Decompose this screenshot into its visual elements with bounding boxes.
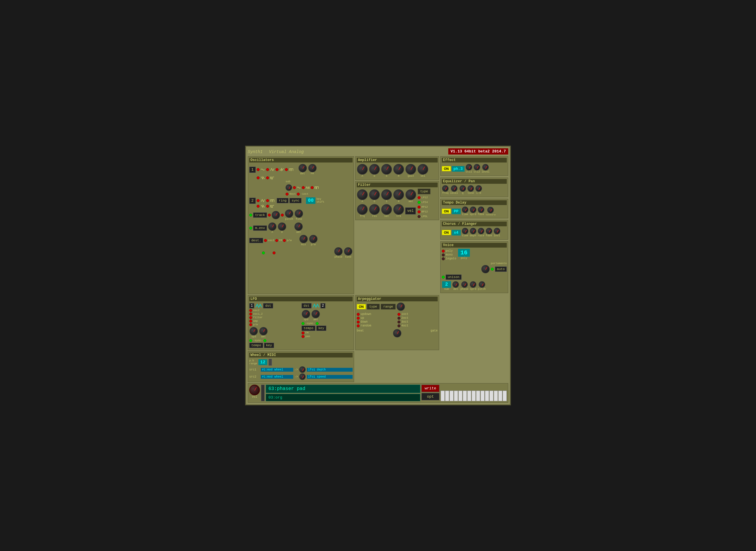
- osc1-wave3-led[interactable]: [276, 168, 278, 171]
- sub-sine-icon[interactable]: [297, 186, 301, 189]
- arp-range-button[interactable]: range: [381, 304, 396, 310]
- pb-range-slider[interactable]: [268, 359, 272, 366]
- track-r1-led[interactable]: [268, 213, 271, 216]
- lfo2-dst-button[interactable]: dst: [302, 303, 312, 309]
- eq-freq-knob[interactable]: [442, 185, 449, 192]
- osc2-tri-icon[interactable]: [260, 199, 265, 202]
- flt-vel-button[interactable]: vel: [405, 207, 416, 214]
- osc2-pulse-icon[interactable]: [270, 204, 275, 208]
- arp-2oct-led[interactable]: [397, 317, 400, 320]
- pw2-knob[interactable]: [309, 235, 317, 243]
- chorus-rate-knob[interactable]: [478, 228, 484, 234]
- track-r2-led[interactable]: [281, 213, 284, 216]
- sync-button[interactable]: sync: [289, 198, 301, 203]
- arp-random-led[interactable]: [357, 325, 360, 327]
- track-led[interactable]: [249, 213, 252, 216]
- lfo2-amt-knob[interactable]: [312, 310, 320, 318]
- flt-frq-knob[interactable]: [357, 204, 368, 215]
- delay-fdbk-knob[interactable]: [478, 206, 484, 213]
- osc2-sq-icon[interactable]: [270, 199, 275, 202]
- pitch-knob[interactable]: [272, 211, 280, 219]
- arp-gate-knob[interactable]: [393, 329, 401, 338]
- osc1-r1-led[interactable]: [257, 176, 260, 179]
- flt-bp12-led[interactable]: [418, 210, 421, 213]
- chorus-deph-knob[interactable]: [470, 228, 476, 234]
- osc-fm-knob[interactable]: [308, 164, 317, 172]
- chorus-time-knob[interactable]: [462, 228, 468, 234]
- preset1-display[interactable]: 63:phaser pad: [266, 385, 420, 393]
- lfo1-amp-led[interactable]: [249, 320, 252, 323]
- effect-ctl2-knob[interactable]: [474, 164, 480, 170]
- voice-sprd-knob[interactable]: [470, 281, 476, 288]
- arp-updown-led[interactable]: [357, 313, 360, 316]
- src2-dest-display[interactable]: lfo1 speed: [307, 375, 353, 379]
- menv-button[interactable]: m.env: [253, 225, 267, 231]
- osc-fine-knob[interactable]: [295, 209, 303, 218]
- lfo2-key-button[interactable]: key: [316, 326, 326, 331]
- effect-on-button[interactable]: ON: [442, 166, 451, 171]
- lfo1-pw-led[interactable]: [249, 323, 252, 326]
- portamento-knob[interactable]: [481, 265, 490, 273]
- src1-display[interactable]: #1:mod wheel: [261, 368, 293, 372]
- flt-hp12-led[interactable]: [418, 206, 421, 208]
- delay-tone-knob[interactable]: [487, 207, 494, 213]
- chorus-fdbk-knob[interactable]: [486, 228, 492, 234]
- lfo2-sync-led2[interactable]: [316, 322, 319, 325]
- sub-w3-led[interactable]: [311, 186, 314, 189]
- sub-tri-icon[interactable]: [306, 186, 310, 189]
- piano-key-white[interactable]: [472, 391, 476, 401]
- voice-phase-knob[interactable]: [461, 281, 468, 288]
- flt-lp24-led[interactable]: [418, 201, 421, 204]
- preset2-display[interactable]: 03:org: [266, 394, 420, 401]
- src1-dest-display[interactable]: lfo1 depth: [307, 368, 353, 372]
- lfo2-pan-led[interactable]: [302, 335, 304, 338]
- menv-D-knob[interactable]: [278, 222, 286, 231]
- effect-level-knob[interactable]: [482, 164, 489, 170]
- lfo1-wave-icon[interactable]: [255, 303, 262, 309]
- piano-key-white[interactable]: [503, 391, 507, 401]
- piano-key-white[interactable]: [449, 391, 454, 401]
- osc2-w1-led[interactable]: [257, 199, 260, 202]
- flt-S-knob[interactable]: [381, 189, 392, 200]
- dest-pw-led[interactable]: [283, 239, 286, 242]
- osc1-saw-icon[interactable]: [279, 168, 284, 171]
- osc1-wave1-led[interactable]: [257, 168, 260, 171]
- flt-trk-knob[interactable]: [393, 204, 404, 215]
- osc1-sine-icon[interactable]: [260, 168, 265, 171]
- eq-lr-knob[interactable]: [475, 185, 482, 192]
- sub-oct1-led[interactable]: [297, 193, 300, 195]
- sub-oct0-led[interactable]: [286, 193, 289, 195]
- sub-knob[interactable]: [286, 184, 292, 191]
- write-button[interactable]: write: [421, 385, 439, 392]
- delay-on-button[interactable]: ON: [442, 208, 451, 214]
- filter-type-button[interactable]: type: [418, 188, 431, 194]
- lfo2-fm-led[interactable]: [302, 332, 304, 335]
- osc1-tri-icon[interactable]: [270, 168, 275, 171]
- flt-res-knob[interactable]: [369, 204, 380, 215]
- arp-type-button[interactable]: type: [367, 304, 380, 310]
- osc1-wave4-led[interactable]: [285, 168, 288, 171]
- arp-on-button[interactable]: ON: [357, 304, 366, 309]
- lfo2-tempo-button[interactable]: tempo: [302, 326, 315, 331]
- amp-R-knob[interactable]: [393, 164, 404, 175]
- lfo1-amt-knob[interactable]: [259, 327, 268, 335]
- piano-key-white[interactable]: [489, 391, 493, 401]
- dest-fm-led[interactable]: [275, 239, 278, 242]
- delay-time-knob[interactable]: [462, 206, 468, 213]
- arp-3oct-led[interactable]: [397, 321, 400, 324]
- menv-A-knob[interactable]: [268, 222, 276, 231]
- lfo1-tempo-button[interactable]: tempo: [249, 343, 263, 348]
- mix-knob[interactable]: [299, 235, 308, 243]
- vol-knob[interactable]: [249, 385, 260, 395]
- piano-key-white[interactable]: [467, 391, 471, 401]
- src2-knob[interactable]: [299, 374, 306, 380]
- flt-sat-knob[interactable]: [381, 204, 392, 215]
- menv-led[interactable]: [249, 226, 252, 229]
- eq-level-knob[interactable]: [451, 185, 457, 192]
- osc2-w2-led[interactable]: [266, 199, 269, 202]
- legato-led[interactable]: [442, 257, 445, 260]
- amp-D-knob[interactable]: [369, 164, 380, 175]
- piano-key-white[interactable]: [480, 391, 485, 401]
- piano-key-white[interactable]: [485, 391, 489, 401]
- flt-amt-knob[interactable]: [405, 189, 416, 200]
